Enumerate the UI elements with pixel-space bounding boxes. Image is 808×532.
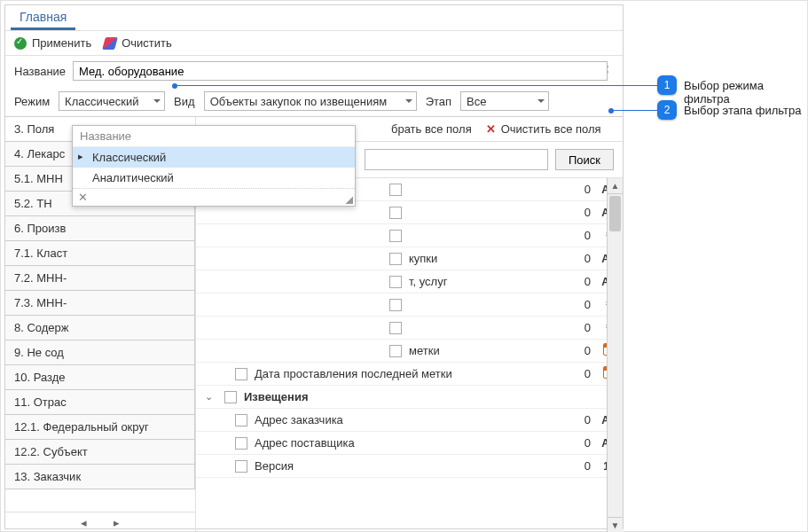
left-tab[interactable]: 7.3. МНН- [5, 291, 195, 316]
dropdown-header: Название [73, 126, 355, 147]
callout-line-1 [175, 85, 657, 86]
grid-scrollbar[interactable]: ▲ ▼ [607, 178, 623, 532]
mode-label: Режим [14, 95, 50, 108]
left-tab[interactable]: 8. Содерж [5, 316, 195, 340]
callout-text-1: Выбор режима фильтра [684, 79, 807, 106]
chevron-left-icon[interactable]: ◂ [81, 516, 87, 529]
field-label: Дата проставления последней метки [255, 367, 561, 380]
checkbox[interactable] [235, 460, 247, 473]
field-row[interactable]: Дата проставления последней метки0 [196, 363, 623, 386]
left-tab-arrows[interactable]: ◂▸ [5, 512, 195, 532]
checkbox[interactable] [389, 207, 402, 219]
checkbox[interactable] [224, 391, 237, 403]
view-value: Объекты закупок по извещениям [210, 95, 388, 108]
apply-button[interactable]: Применить [14, 36, 91, 50]
field-row[interactable]: Версия012 [196, 455, 623, 478]
toolbar: Применить Очистить [5, 30, 623, 56]
left-tab[interactable]: 12.1. Федеральный округ [5, 415, 195, 440]
expander-icon[interactable]: ⌄ [205, 391, 217, 403]
checkbox[interactable] [389, 276, 402, 288]
field-count: 0 [561, 298, 596, 311]
stage-label: Этап [426, 95, 451, 108]
clear-all-label: Очистить все поля [501, 122, 601, 136]
checkbox[interactable] [389, 299, 402, 311]
left-tab[interactable]: 12.2. Субъект [5, 440, 195, 465]
field-row[interactable]: 0½ [196, 317, 623, 340]
scroll-up-icon[interactable]: ▲ [608, 178, 623, 194]
dropdown-option[interactable]: Аналитический [73, 168, 355, 188]
field-row[interactable]: метки0 [196, 340, 623, 363]
field-row[interactable]: купки0AB [196, 247, 623, 270]
scroll-down-icon[interactable]: ▼ [608, 517, 623, 532]
field-label: купки [409, 252, 561, 265]
field-count: 0 [561, 206, 596, 219]
checkbox[interactable] [389, 345, 402, 357]
dropdown-close-icon[interactable]: ✕ [78, 191, 88, 204]
view-label: Вид [174, 95, 195, 108]
field-count: 0 [561, 413, 596, 426]
field-group-row[interactable]: ⌄Извещения [196, 386, 623, 409]
check-icon [14, 37, 27, 50]
checkbox[interactable] [389, 184, 402, 196]
field-label: Адрес заказчика [255, 413, 561, 426]
field-count: 0 [561, 459, 596, 473]
clear-all-fields[interactable]: ✕ Очистить все поля [486, 122, 601, 136]
left-tab[interactable]: 10. Разде [5, 365, 195, 390]
field-row[interactable]: 0½ [196, 293, 623, 317]
field-search-input[interactable] [365, 149, 548, 170]
left-tab[interactable]: 9. Не сод [5, 340, 195, 365]
clear-label: Очистить [122, 36, 172, 50]
tab-bar: Главная [5, 5, 623, 30]
dropdown-footer: ✕ [73, 188, 355, 206]
view-select[interactable]: Объекты закупок по извещениям [204, 91, 417, 111]
name-row: Название ✕ [5, 56, 623, 86]
field-count: 0 [561, 252, 596, 265]
field-label: Адрес поставщика [255, 436, 561, 450]
callout-line-2 [611, 110, 657, 111]
left-tab[interactable]: 7.1. Класт [5, 241, 195, 266]
left-tab[interactable]: 6. Произв [5, 216, 195, 241]
stage-value: Все [467, 95, 486, 108]
eraser-icon [102, 37, 118, 50]
field-search-button[interactable]: Поиск [555, 149, 614, 170]
field-count: 0 [561, 229, 596, 242]
name-label: Название [14, 65, 66, 78]
dropdown-option[interactable]: Классический [73, 147, 355, 168]
field-row[interactable]: т, услуг0AB [196, 270, 623, 293]
field-row[interactable]: 0½ [196, 224, 623, 247]
clear-button[interactable]: Очистить [104, 36, 172, 50]
checkbox[interactable] [389, 230, 402, 242]
checkbox[interactable] [235, 437, 247, 450]
field-label: метки [409, 344, 561, 357]
tab-main[interactable]: Главная [11, 6, 75, 30]
callout-badge-2: 2 [657, 100, 677, 120]
mode-select[interactable]: Классический [59, 91, 165, 111]
checkbox[interactable] [389, 253, 402, 265]
stage-select[interactable]: Все [460, 91, 549, 111]
left-tab[interactable]: 13. Заказчик [5, 465, 195, 489]
mode-row: Режим Классический Вид Объекты закупок п… [5, 86, 623, 116]
apply-label: Применить [32, 36, 91, 50]
left-tab[interactable]: 11. Отрас [5, 390, 195, 415]
checkbox[interactable] [235, 368, 247, 380]
name-input[interactable] [73, 61, 608, 81]
callout-text-2: Выбор этапа фильтра [684, 104, 802, 117]
field-row[interactable]: Адрес поставщика0AB [196, 432, 623, 455]
mode-dropdown-popup: Название КлассическийАналитический ✕ [72, 125, 356, 207]
dropdown-resize-handle[interactable] [344, 195, 353, 204]
checkbox[interactable] [389, 322, 402, 334]
field-count: 0 [561, 344, 596, 357]
app-window: Главная Применить Очистить Название ✕ Ре… [4, 4, 624, 529]
field-count: 0 [561, 321, 596, 334]
scroll-thumb[interactable] [609, 196, 621, 231]
mode-value: Классический [65, 95, 138, 108]
field-row[interactable]: Адрес заказчика0AB [196, 409, 623, 432]
callout-badge-1: 1 [657, 75, 677, 95]
left-tab[interactable]: 7.2. МНН- [5, 266, 195, 291]
select-all-fields[interactable]: брать все поля [391, 122, 472, 136]
checkbox[interactable] [235, 414, 247, 426]
fields-grid: 0AB0AB0½купки0ABт, услуг0AB0½0½метки0Дат… [196, 178, 623, 532]
field-label: Извещения [244, 390, 623, 403]
field-count: 0 [561, 183, 596, 196]
chevron-right-icon[interactable]: ▸ [114, 516, 120, 529]
